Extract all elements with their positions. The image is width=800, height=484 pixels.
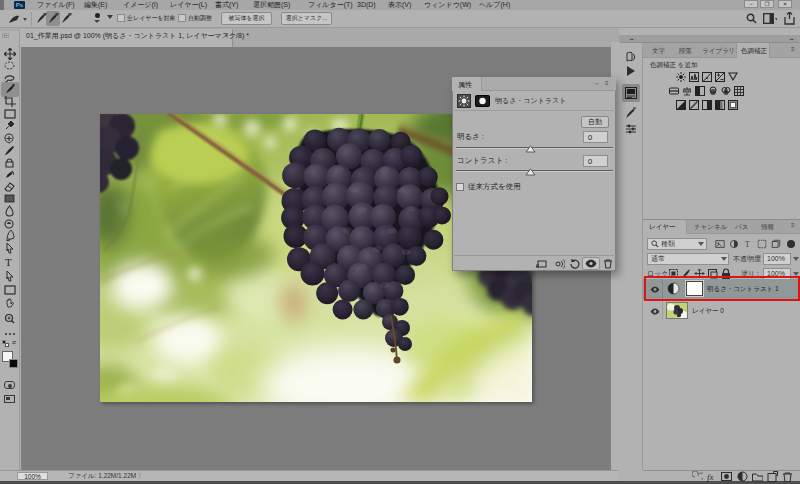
svg-text:fx: fx	[707, 472, 714, 482]
svg-text:T: T	[745, 240, 750, 249]
svg-text:T: T	[5, 256, 12, 268]
